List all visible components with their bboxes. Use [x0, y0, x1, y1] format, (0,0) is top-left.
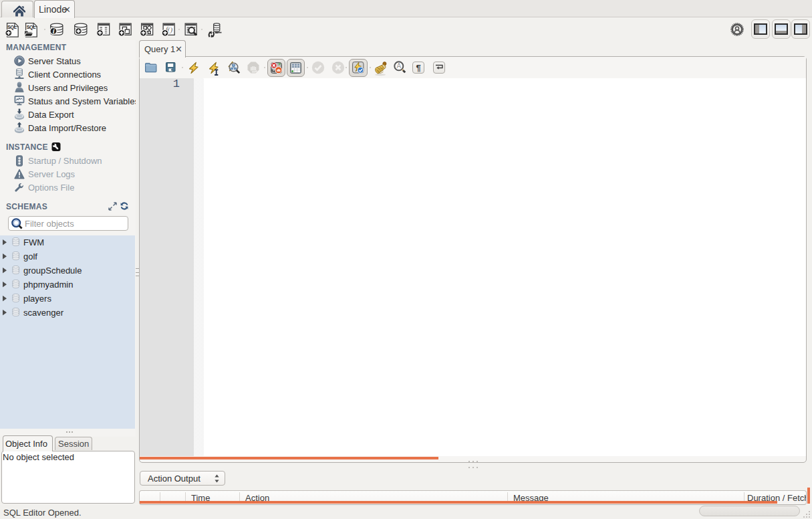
svg-text:SQL: SQL [27, 25, 37, 30]
svg-text:i: i [53, 27, 55, 35]
svg-text:A: A [396, 62, 401, 70]
svg-text:¶: ¶ [416, 63, 420, 73]
